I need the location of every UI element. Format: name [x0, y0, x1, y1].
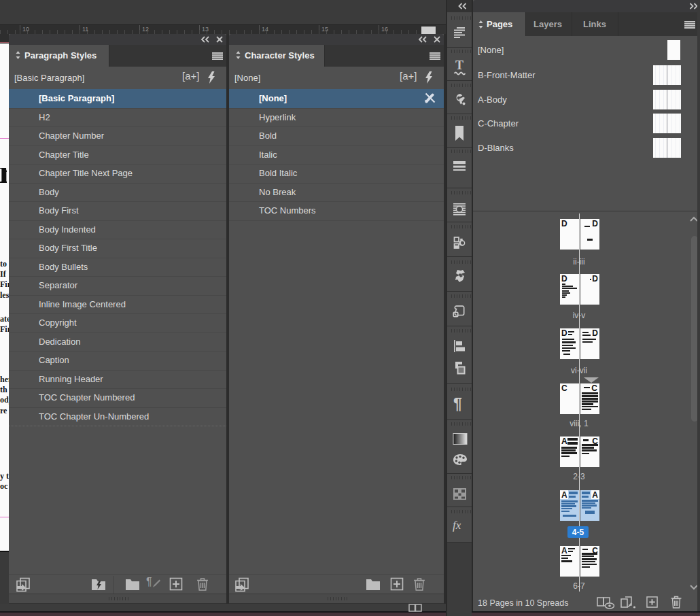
svg-text:T: T	[455, 58, 463, 72]
